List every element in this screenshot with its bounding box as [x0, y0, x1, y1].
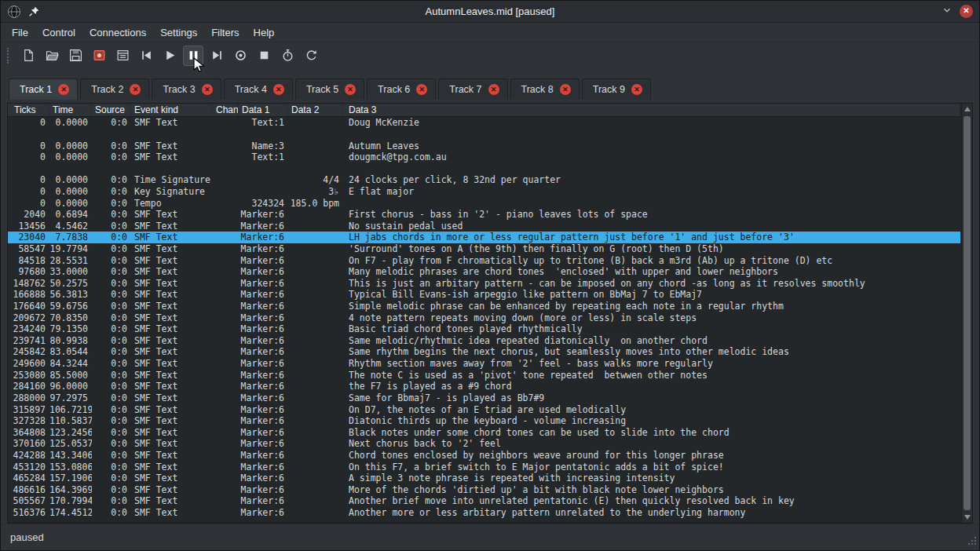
cell-data-1: Marker:6	[239, 323, 288, 334]
tab-close-icon[interactable]: ✕	[416, 84, 427, 95]
event-row[interactable]: 486616164.39690:0SMF TextMarker:6More of…	[8, 484, 960, 496]
tab-close-icon[interactable]: ✕	[273, 84, 284, 95]
cell-data-2: 4/4	[288, 174, 343, 185]
column-header-chan[interactable]: Chan	[213, 104, 239, 116]
tab-close-icon[interactable]: ✕	[560, 84, 571, 95]
play-button[interactable]	[159, 46, 180, 66]
tab-close-icon[interactable]: ✕	[58, 84, 69, 95]
event-row[interactable]	[8, 129, 960, 140]
timer-button[interactable]	[277, 46, 298, 66]
event-row[interactable]: 9768033.00000:0SMF TextMarker:6Many melo…	[8, 266, 960, 278]
event-row[interactable]: 424288143.34060:0SMF TextMarker:6Chord t…	[8, 450, 960, 462]
pause-button[interactable]	[183, 46, 203, 66]
event-row[interactable]: 327328110.58370:0SMF TextMarker:6Diatoni…	[8, 415, 960, 427]
scroll-down-icon[interactable]	[962, 512, 972, 523]
cell-data-3: the F7 is played as a #9 chord	[343, 381, 960, 392]
event-row[interactable]	[8, 162, 960, 174]
skip-backward-button[interactable]	[136, 46, 156, 66]
event-row[interactable]: 453120153.08060:0SMF TextMarker:6On this…	[8, 461, 960, 473]
event-row[interactable]: 24584283.05440:0SMF TextMarker:6Same rhy…	[8, 346, 960, 358]
menu-help[interactable]: Help	[247, 24, 282, 42]
scrollbar-track[interactable]	[962, 115, 972, 512]
tab-close-icon[interactable]: ✕	[345, 84, 356, 95]
menu-control[interactable]: Control	[35, 24, 82, 42]
event-row[interactable]: 28800097.29750:0SMF TextMarker:6Same for…	[8, 392, 960, 404]
stop-button[interactable]	[254, 46, 274, 66]
column-header-time[interactable]: Time	[49, 104, 92, 116]
table-header[interactable]: TicksTimeSourceEvent kindChanData 1Data …	[8, 104, 960, 117]
event-row[interactable]: 16688856.38130:0SMF TextMarker:6Typical …	[8, 289, 960, 301]
column-header-data-3[interactable]: Data 3	[343, 104, 960, 116]
event-row[interactable]: 20967270.83500:0SMF TextMarker:64 note p…	[8, 312, 960, 323]
event-row[interactable]: 134564.54620:0SMF TextMarker:6No sustain…	[8, 220, 960, 232]
record-to-file-button[interactable]	[89, 46, 109, 66]
tab-track-5[interactable]: Track 5✕	[295, 78, 364, 100]
event-row[interactable]: 17664059.67560:0SMF TextMarker:6Simple m…	[8, 301, 960, 312]
event-row[interactable]: 00.00000:0SMF TextName:3Autumn Leaves	[8, 140, 960, 151]
event-row[interactable]: 20400.68940:0SMF TextMarker:6First choru…	[8, 209, 960, 221]
skip-forward-button[interactable]	[207, 46, 227, 66]
event-row[interactable]: 315897106.72190:0SMF TextMarker:6On D7, …	[8, 403, 960, 415]
tab-track-3[interactable]: Track 3✕	[152, 78, 221, 100]
event-row[interactable]: 370160125.05370:0SMF TextMarker:6Next ch…	[8, 438, 960, 450]
open-button[interactable]	[42, 46, 62, 66]
tab-track-8[interactable]: Track 8✕	[510, 78, 580, 100]
save-button[interactable]	[65, 46, 86, 66]
document-new-icon	[22, 49, 35, 62]
event-row[interactable]: 00.00000:0Key Signature3♭E flat major	[8, 186, 960, 198]
tab-track-2[interactable]: Track 2✕	[80, 78, 149, 100]
tab-track-7[interactable]: Track 7✕	[438, 78, 507, 100]
scrollbar-thumb[interactable]	[964, 116, 971, 510]
menu-settings[interactable]: Settings	[153, 24, 204, 42]
event-row[interactable]: 14876250.25750:0SMF TextMarker:6This is …	[8, 278, 960, 290]
tab-track-1[interactable]: Track 1✕	[9, 78, 78, 100]
event-list-button[interactable]	[112, 46, 133, 66]
tab-close-icon[interactable]: ✕	[202, 84, 213, 95]
new-button[interactable]	[18, 46, 38, 66]
event-row-selected[interactable]: 230407.78380:0SMF TextMarker:6LH jabs ch…	[8, 232, 960, 243]
event-row[interactable]: 516376174.45120:0SMF TextMarker:6Another…	[8, 507, 960, 519]
event-row[interactable]: 00.00000:0Time Signature4/424 clocks per…	[8, 174, 960, 186]
resize-grip-icon[interactable]	[967, 535, 977, 548]
cell-ticks: 0	[8, 186, 49, 197]
event-row[interactable]: 00.00000:0Tempo324324185.0 bpm	[8, 197, 960, 209]
titlebar[interactable]: AutumnLeaves.mid [paused] ✕	[1, 1, 979, 23]
vertical-scrollbar[interactable]	[961, 104, 972, 523]
tab-track-9[interactable]: Track 9✕	[582, 78, 651, 100]
cell-ticks: 284160	[8, 381, 49, 392]
cell-data-3: 4 note pattern repeats moving down (more…	[343, 312, 960, 323]
tab-track-6[interactable]: Track 6✕	[367, 78, 436, 100]
event-row[interactable]: 00.00000:0SMF TextText:1Doug McKenzie	[8, 117, 960, 129]
column-header-ticks[interactable]: Ticks	[8, 104, 49, 116]
event-row[interactable]: 5854719.77940:0SMF TextMarker:6'Surround…	[8, 243, 960, 255]
event-row[interactable]: 00.00000:0SMF TextText:1dougmck@tpg.com.…	[8, 151, 960, 163]
event-row[interactable]: 8451828.55310:0SMF TextMarker:6On F7 - p…	[8, 254, 960, 266]
tab-track-4[interactable]: Track 4✕	[224, 78, 293, 100]
pin-icon[interactable]	[28, 5, 40, 17]
event-row[interactable]: 25308085.50000:0SMF TextMarker:6The note…	[8, 369, 960, 381]
scroll-up-icon[interactable]	[962, 104, 972, 115]
tab-close-icon[interactable]: ✕	[130, 84, 141, 95]
menu-connections[interactable]: Connections	[82, 24, 153, 42]
event-row[interactable]: 23974180.99380:0SMF TextMarker:6Same mel…	[8, 335, 960, 347]
event-row[interactable]: 23424079.13500:0SMF TextMarker:6Basic tr…	[8, 323, 960, 335]
column-header-event-kind[interactable]: Event kind	[131, 104, 213, 116]
column-header-data-2[interactable]: Data 2	[288, 104, 343, 116]
tab-close-icon[interactable]: ✕	[631, 84, 642, 95]
column-header-source[interactable]: Source	[92, 104, 131, 116]
event-row[interactable]: 364808123.24560:0SMF TextMarker:6Black n…	[8, 426, 960, 438]
toolbar-handle[interactable]	[7, 48, 12, 64]
close-icon[interactable]: ✕	[960, 5, 973, 18]
menu-filters[interactable]: Filters	[204, 24, 246, 42]
menu-file[interactable]: File	[5, 24, 35, 42]
tab-close-icon[interactable]: ✕	[488, 84, 499, 95]
event-row[interactable]: 24960084.32440:0SMF TextMarker:6Rhythm s…	[8, 358, 960, 370]
event-row[interactable]: 465284157.19060:0SMF TextMarker:6A simpl…	[8, 473, 960, 484]
event-row[interactable]: 28416096.00000:0SMF TextMarker:6the F7 i…	[8, 381, 960, 392]
toolbar	[1, 42, 979, 68]
record-button[interactable]	[230, 46, 250, 66]
column-header-data-1[interactable]: Data 1	[239, 104, 288, 116]
repeat-button[interactable]	[301, 46, 321, 66]
shade-icon[interactable]	[942, 5, 953, 18]
event-row[interactable]: 505567170.79940:0SMF TextMarker:6Another…	[8, 495, 960, 507]
